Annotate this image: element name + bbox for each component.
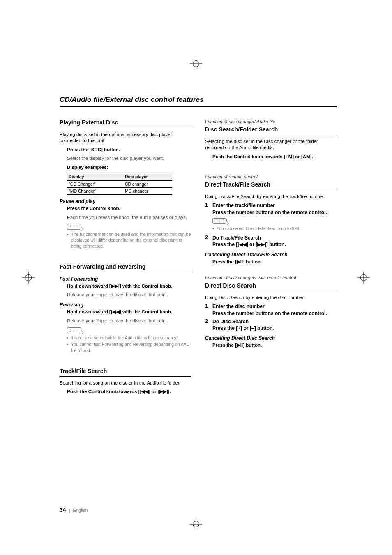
instruction-press-control-knob: Press the Control knob.	[67, 205, 191, 212]
table-cell: "MD Changer"	[67, 187, 123, 194]
step-number: 1	[205, 202, 210, 215]
note-list: You can select Direct File Search up to …	[212, 226, 337, 231]
registration-mark-top	[190, 58, 202, 70]
table-cell: CD changer	[123, 180, 172, 187]
step-number: 2	[205, 318, 210, 332]
page-title: CD/Audio file/External disc control feat…	[60, 95, 337, 107]
section-playing-external-disc: Playing External Disc	[60, 119, 191, 128]
section-title: Direct Disc Search	[205, 282, 256, 289]
note-icon: ⋮⋮⋮	[212, 218, 227, 224]
note-item: There is no sound while the Audio file i…	[67, 335, 191, 341]
step-number: 2	[205, 235, 210, 248]
step-2: 2 Do Track/File Search Press the [|◀◀] o…	[205, 235, 337, 248]
intro-text: Playing discs set in the optional access…	[60, 131, 191, 144]
section-fast-forwarding-reversing: Fast Forwarding and Reversing	[60, 263, 191, 272]
ff-release-text: Release your finger to play the disc at …	[67, 292, 191, 298]
step-head: Do Disc Search	[212, 318, 337, 325]
table-cell: MD changer	[123, 187, 172, 194]
step-number: 1	[205, 303, 210, 316]
note-icon: ⋮⋮⋮	[67, 327, 81, 333]
note-icon: ⋮⋮⋮	[67, 224, 81, 230]
instruction-press-play-pause: Press the [▶II] button.	[212, 342, 337, 349]
display-examples-table: Display Disc player "CD Changer" CD chan…	[67, 173, 172, 195]
section-title: Direct Track/File Search	[205, 181, 270, 188]
instruction-push-fm-am: Push the Control knob towards [FM] or [A…	[212, 154, 337, 160]
instruction-press-play-pause: Press the [▶II] button.	[212, 259, 337, 265]
note-list: There is no sound while the Audio file i…	[67, 335, 191, 353]
step-body-text: Press the [|◀◀] or [▶▶|] button.	[212, 241, 337, 248]
registration-mark-bottom	[190, 518, 202, 530]
right-column: Function of disc changer/ Audio file Dis…	[205, 119, 337, 398]
sub-heading-cancel-track-file: Cancelling Direct Track/File Search	[205, 251, 337, 258]
section-title: Fast Forwarding and Reversing	[60, 263, 145, 270]
section-title: Disc Search/Folder Search	[205, 126, 278, 133]
display-examples-label: Display examples:	[67, 164, 191, 171]
note-item: You can select Direct File Search up to …	[212, 226, 337, 231]
table-cell: "CD Changer"	[67, 180, 123, 187]
rev-release-text: Release your finger to play the disc at …	[67, 318, 191, 325]
step-1: 1 Enter the disc number Press the number…	[205, 303, 337, 316]
sub-heading-pause-and-play: Pause and play	[60, 198, 191, 205]
instruction-select-display: Select the display for the disc player y…	[67, 155, 191, 162]
step-body-text: Press the number buttons on the remote c…	[212, 310, 337, 317]
footer-language: English	[73, 508, 88, 513]
page-footer: 34 | English	[60, 506, 88, 514]
sub-heading-fast-forwarding: Fast Forwarding	[60, 276, 191, 282]
pause-play-body: Each time you press the knob, the audio …	[67, 214, 191, 221]
step-head: Enter the track/file number	[212, 202, 337, 209]
instruction-hold-rev: Hold down toward [|◀◀] with the Control …	[67, 309, 191, 315]
section-direct-track-file-search: Direct Track/File Search	[205, 181, 337, 190]
footer-separator: |	[69, 508, 70, 513]
step-head: Do Track/File Search	[212, 235, 337, 241]
section-title: Track/File Search	[60, 368, 107, 374]
intro-text: Doing Track/File Search by entering the …	[205, 193, 337, 200]
step-body-text: Press the [+] or [–] button.	[212, 325, 337, 332]
section-title: Playing External Disc	[60, 119, 118, 126]
note-list: The functions that can be used and the i…	[67, 231, 191, 249]
step-2: 2 Do Disc Search Press the [+] or [–] bu…	[205, 318, 337, 332]
context-line: Function of remote control	[205, 174, 337, 180]
page-number: 34	[60, 507, 66, 513]
section-track-file-search: Track/File Search	[60, 367, 191, 377]
note-item: The functions that can be used and the i…	[67, 231, 191, 249]
instruction-press-src: Press the [SRC] button.	[67, 147, 191, 153]
section-disc-folder-search: Disc Search/Folder Search	[205, 126, 337, 135]
intro-text: Doing Disc Search by entering the disc n…	[205, 295, 337, 301]
context-line: Function of disc changers with remote co…	[205, 275, 337, 281]
instruction-hold-ff: Hold down toward [▶▶|] with the Control …	[67, 283, 191, 290]
note-item: You cannot fast Forwarding and Reversing…	[67, 341, 191, 353]
intro-text: Searching for a song on the disc or in t…	[60, 380, 191, 387]
registration-mark-right	[357, 272, 370, 284]
instruction-push-control-knob: Push the Control knob towards [|◀◀] or […	[67, 389, 191, 395]
table-header-disc-player: Disc player	[123, 173, 172, 180]
sub-heading-reversing: Reversing	[60, 302, 191, 308]
sub-heading-cancel-disc: Cancelling Direct Disc Search	[205, 335, 337, 341]
section-direct-disc-search: Direct Disc Search	[205, 282, 337, 291]
step-head: Enter the disc number	[212, 303, 337, 310]
left-column: Playing External Disc Playing discs set …	[60, 119, 191, 398]
context-line: Function of disc changer/ Audio file	[205, 119, 337, 125]
registration-mark-left	[22, 272, 35, 284]
table-header-display: Display	[67, 173, 123, 180]
step-body-text: Press the number buttons on the remote c…	[212, 209, 337, 216]
intro-text: Selecting the disc set in the Disc chang…	[205, 138, 337, 151]
step-1: 1 Enter the track/file number Press the …	[205, 202, 337, 215]
